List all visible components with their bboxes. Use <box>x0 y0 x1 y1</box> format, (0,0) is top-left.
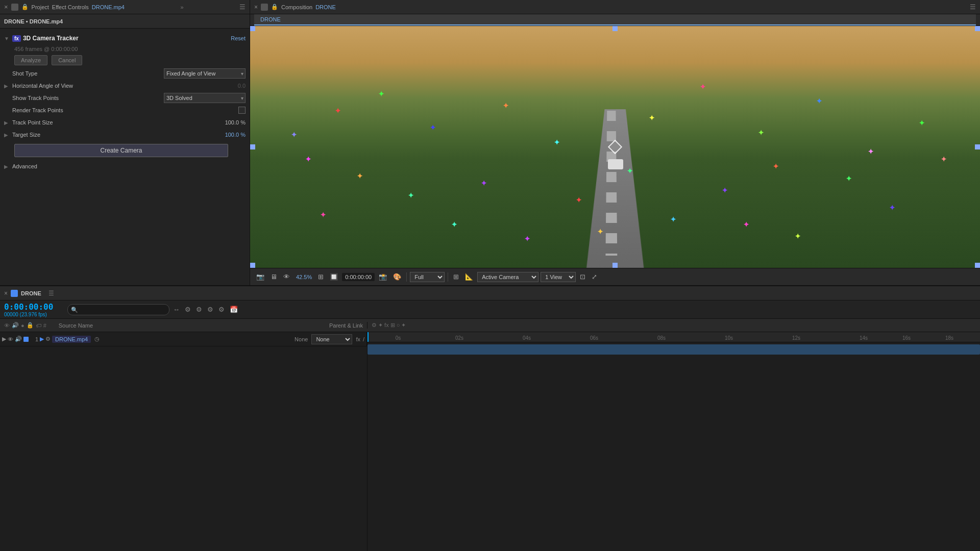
close-project-icon[interactable]: × <box>4 3 8 11</box>
comp-tool-color[interactable]: 🎨 <box>391 272 403 282</box>
layer-expand[interactable]: ▶ <box>2 336 6 342</box>
panel-menu-icon[interactable]: ☰ <box>239 3 246 11</box>
layer-clock-icon: ◷ <box>94 336 100 342</box>
track-point: ✦ <box>743 221 749 228</box>
track-content <box>368 342 980 357</box>
layer-parent-label: None <box>295 336 308 342</box>
track-point: ✦ <box>795 233 801 240</box>
effect-controls-file: DRONE.mp4 <box>92 4 125 10</box>
ruler-2s: 02s <box>455 335 463 341</box>
comp-tool-camera[interactable]: 📸 <box>377 272 389 282</box>
h-angle-expand[interactable]: ▶ <box>4 83 10 89</box>
track-point: ✦ <box>430 124 436 131</box>
track-point: ✦ <box>408 192 414 199</box>
corner-ml <box>250 144 255 149</box>
layer-fx-icon[interactable]: fx <box>356 336 360 342</box>
col-audio-icon: 🔊 <box>12 322 19 329</box>
toolbar-sep1 <box>406 272 407 282</box>
comp-tool-expand[interactable]: ⤢ <box>590 272 599 282</box>
layer-num: 1 <box>30 336 38 342</box>
col-parent-link-label: Parent & Link <box>329 322 363 329</box>
zoom-display[interactable]: 42.5% <box>294 273 314 281</box>
show-track-select[interactable]: 3D Solved All None <box>164 93 246 103</box>
ruler-6s: 06s <box>590 335 598 341</box>
active-camera-select[interactable]: Active Camera Front Top <box>477 272 538 282</box>
comp-tool-snapshot[interactable]: 📷 <box>254 272 266 282</box>
layer-pencil-icon[interactable]: / <box>363 336 364 342</box>
comp-tool-3d[interactable]: 👁 <box>281 272 292 282</box>
timeline-timecode[interactable]: 0:00:00:00 <box>4 302 65 312</box>
create-camera-button[interactable]: Create Camera <box>14 144 228 157</box>
track-point: ✦ <box>357 172 363 180</box>
advanced-expand[interactable]: ▶ <box>4 164 10 169</box>
cancel-button[interactable]: Cancel <box>52 55 82 65</box>
expand-panels-icon[interactable]: » <box>180 4 183 10</box>
timeline-ruler: 0s 02s 04s 06s 08s 10s 12s 14s 16s 18s <box>368 332 980 342</box>
col-lock-icon: 🔒 <box>27 322 34 329</box>
shot-type-label: Shot Type <box>12 70 162 77</box>
comp-title: Composition <box>281 4 312 10</box>
tool-razor-icon[interactable]: ⚙ <box>194 305 204 314</box>
comp-menu-icon[interactable]: ☰ <box>970 3 976 11</box>
target-size-value[interactable]: 100.0 % <box>225 132 246 138</box>
lock-icon: 🔒 <box>21 4 29 10</box>
track-point: ✦ <box>889 204 895 211</box>
comp-tool-rulers[interactable]: 📐 <box>463 272 475 282</box>
track-size-label: Track Point Size <box>12 119 223 126</box>
track-point: ✦ <box>503 102 509 109</box>
track-point: ✦ <box>773 163 779 170</box>
timeline-search-input[interactable] <box>67 304 169 315</box>
corner-bl <box>250 263 255 268</box>
ruler-10s: 10s <box>725 335 733 341</box>
layer-eye[interactable]: 👁 <box>8 336 13 342</box>
close-timeline-icon[interactable]: × <box>4 290 8 297</box>
col-headers: 👁 🔊 ● 🔒 🏷 # Source Name Parent & Link ⚙ … <box>0 319 980 332</box>
project-panel-icon <box>11 4 18 11</box>
layer-audio[interactable]: 🔊 <box>15 336 22 342</box>
playhead[interactable] <box>368 332 369 342</box>
layer-name-chip[interactable]: DRONE.mp4 <box>52 336 91 343</box>
comp-tool-grid[interactable]: ⊞ <box>451 272 461 282</box>
tool-ripple-icon[interactable]: ⚙ <box>183 305 192 314</box>
track-point: ✦ <box>524 235 530 242</box>
effect-name: 3D Camera Tracker <box>23 35 229 42</box>
track-point: ✦ <box>378 90 384 97</box>
fx-expand-icon[interactable]: ▼ <box>4 36 10 41</box>
ruler-0s: 0s <box>396 335 401 341</box>
one-view-select[interactable]: 1 View 2 Views 4 Views <box>541 272 576 282</box>
track-point: ✦ <box>846 175 852 182</box>
tool-slip-icon[interactable]: ⚙ <box>206 305 215 314</box>
analyze-button[interactable]: Analyze <box>14 55 47 65</box>
comp-tool-fit[interactable]: ⊞ <box>316 272 326 282</box>
render-track-checkbox[interactable] <box>238 107 246 114</box>
timecode-display[interactable]: 0:00:00:00 <box>342 273 375 281</box>
layer-parent-select[interactable]: None <box>311 334 352 344</box>
target-size-expand[interactable]: ▶ <box>4 132 10 138</box>
frames-info: 456 frames @ 0:00:00:00 <box>0 45 250 53</box>
corner-tl <box>250 26 255 31</box>
comp-name-header: DRONE <box>315 4 336 10</box>
quality-select[interactable]: Full Half Quarter <box>410 272 445 282</box>
layer-motion-blur-icon[interactable]: ⚙ <box>45 336 51 342</box>
tool-calendar-icon[interactable]: 📅 <box>228 305 239 314</box>
close-comp-icon[interactable]: × <box>254 4 258 11</box>
track-point: ✦ <box>335 107 341 114</box>
timeline-tracks: 0s 02s 04s 06s 08s 10s 12s 14s 16s 18s <box>368 332 980 551</box>
comp-tool-toggle[interactable]: 🔲 <box>328 272 340 282</box>
tool-sphere-icon[interactable]: ⚙ <box>217 305 226 314</box>
reset-button[interactable]: Reset <box>231 35 246 41</box>
col-timeline-icons: ⚙ ✦ fx ⊞ ○ ✦ <box>372 322 406 329</box>
fx-badge: fx <box>12 35 21 42</box>
render-track-label: Render Track Points <box>12 107 236 113</box>
track-size-value[interactable]: 100.0 % <box>225 119 246 126</box>
toolbar-sep2 <box>448 272 448 282</box>
comp-tab[interactable]: DRONE <box>254 14 976 26</box>
corner-mr <box>975 144 980 149</box>
comp-tool-display[interactable]: 🖥 <box>268 272 279 282</box>
comp-tool-safe-zones[interactable]: ⊡ <box>578 272 587 282</box>
shot-type-select[interactable]: Fixed Angle of View Variable Zoom <box>164 68 246 79</box>
track-size-expand[interactable]: ▶ <box>4 120 10 126</box>
timeline-menu-icon[interactable]: ☰ <box>48 290 54 297</box>
h-angle-value: 0.0 <box>238 83 246 89</box>
tool-select-icon[interactable]: ↔ <box>172 305 181 314</box>
